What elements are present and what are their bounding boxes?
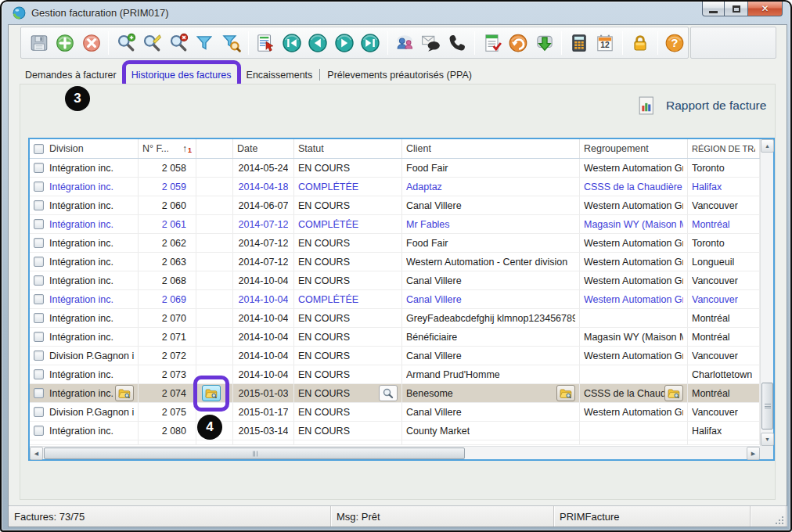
folder-search-icon — [204, 387, 218, 400]
minimize-button[interactable] — [702, 2, 725, 16]
message-icon — [421, 33, 441, 53]
column-header-4[interactable]: Statut — [294, 139, 402, 158]
nav-last-button[interactable] — [358, 30, 382, 56]
contacts-button[interactable] — [393, 30, 417, 56]
table-row[interactable]: Intégration inc.2 0802015-03-14EN COURSC… — [30, 422, 760, 440]
horizontal-scroll-thumb[interactable] — [44, 448, 465, 459]
scroll-right-button[interactable]: ▶ — [747, 447, 760, 460]
row-checkbox[interactable] — [34, 238, 44, 248]
table-filler-row — [30, 440, 760, 445]
resize-grip[interactable] — [774, 515, 783, 524]
tab-strip: Demandes à facturerHistorique des factur… — [20, 64, 776, 85]
row-checkbox[interactable] — [34, 313, 44, 323]
filter-button[interactable] — [193, 30, 217, 56]
save-button[interactable] — [27, 30, 51, 56]
table-row[interactable]: Division P.Gagnon inc.2 0752015-01-17EN … — [30, 403, 760, 422]
table-row[interactable]: Intégration inc.2 0632014-07-12EN COURSW… — [30, 253, 760, 271]
table-row[interactable]: Intégration inc.2 0692014-10-04COMPLÉTÉE… — [30, 290, 760, 309]
search-edit-button[interactable] — [140, 30, 164, 56]
search-plus-button[interactable] — [113, 30, 138, 56]
cell-date-text: 2014-05-24 — [239, 163, 289, 174]
column-header-6[interactable]: Regroupement — [580, 139, 688, 158]
tab-demandes-facturer[interactable]: Demandes à facturer — [20, 66, 121, 84]
cell-group: Western Automation Gr... — [580, 403, 688, 421]
tab-encaissements[interactable]: Encaissements — [242, 66, 318, 84]
select-all-checkbox[interactable] — [34, 144, 44, 154]
cell-client-text: Armand Prud'Homme — [406, 369, 500, 380]
table-row[interactable]: Intégration inc.2 0732014-10-04EN COURSA… — [30, 365, 760, 384]
table-row[interactable]: Intégration inc.2 0682014-10-04EN COURSC… — [30, 271, 760, 290]
client-lookup-button[interactable] — [556, 385, 575, 401]
tasks-button[interactable] — [480, 30, 504, 56]
title-bar[interactable]: Gestion facturation (PRIM017) ✕ — [2, 2, 790, 25]
tab-separator — [319, 69, 320, 81]
table-row[interactable]: Intégration inc.2 0702014-10-04EN COURSG… — [30, 309, 760, 328]
undo-button[interactable] — [506, 30, 530, 56]
table-row[interactable]: Intégration inc.2 0602014-06-07EN COURSC… — [30, 196, 760, 215]
status-search-button[interactable] — [379, 385, 398, 401]
tab-historique-des-factures[interactable]: Historique des factures — [127, 66, 236, 84]
download-button[interactable] — [532, 30, 556, 56]
table-row[interactable]: Division P.Gagnon inc.2 0722014-10-04EN … — [30, 347, 760, 365]
calendar-button[interactable]: 12 — [593, 30, 617, 56]
row-checkbox[interactable] — [34, 369, 44, 379]
row-checkbox[interactable] — [34, 163, 44, 173]
nav-prev-button[interactable] — [305, 30, 329, 56]
row-checkbox[interactable] — [34, 332, 44, 342]
vertical-scrollbar[interactable]: ▲ ▼ — [760, 139, 773, 446]
record-select-button[interactable] — [254, 30, 278, 56]
close-button[interactable]: ✕ — [747, 2, 783, 16]
calculator-button[interactable] — [567, 30, 591, 56]
column-header-2[interactable] — [196, 139, 233, 158]
column-header-3[interactable]: Date — [233, 139, 294, 158]
invoice-report-button[interactable]: Rapport de facture — [629, 91, 772, 120]
row-checkbox[interactable] — [34, 407, 44, 417]
cell-division-text: Intégration inc. — [49, 275, 113, 286]
row-checkbox[interactable] — [34, 426, 44, 436]
column-header-0[interactable]: Division — [30, 139, 139, 158]
table-row[interactable]: Intégration inc.2 0582014-05-24EN COURSF… — [30, 159, 760, 178]
cell-division: Intégration inc. — [30, 422, 139, 440]
column-header-1[interactable]: N° F...↑1 — [139, 139, 196, 158]
scroll-down-button[interactable]: ▼ — [761, 433, 774, 446]
toolbar-spacer-panel — [690, 27, 776, 59]
table-row[interactable]: Intégration inc.2 0622014-07-12EN COURSF… — [30, 234, 760, 253]
cell-division-text: Intégration inc. — [49, 257, 113, 268]
row-checkbox[interactable] — [34, 182, 44, 192]
column-header-5[interactable]: Client — [402, 139, 580, 158]
open-invoice-button[interactable] — [202, 385, 221, 401]
phone-button[interactable] — [445, 30, 470, 56]
scroll-left-button[interactable]: ◀ — [30, 447, 43, 460]
row-checkbox[interactable] — [34, 200, 44, 210]
lock-button[interactable] — [628, 30, 652, 56]
table-row[interactable]: Intégration inc.2 0712014-10-04EN COURSB… — [30, 328, 760, 347]
filter-search-button[interactable] — [218, 30, 243, 56]
cancel-button[interactable] — [79, 30, 103, 56]
nav-first-button[interactable] — [279, 30, 304, 56]
cell-division: Intégration inc. — [30, 234, 139, 252]
horizontal-scrollbar[interactable]: ◀ ▶ — [30, 446, 760, 459]
scroll-up-button[interactable]: ▲ — [761, 139, 774, 153]
vertical-scroll-thumb[interactable] — [761, 383, 773, 430]
help-button[interactable]: ? — [663, 30, 687, 56]
row-checkbox[interactable] — [34, 257, 44, 267]
save-icon — [29, 33, 49, 53]
column-header-7[interactable]: RÉGION DE TRAVAIL — [688, 139, 760, 158]
message-button[interactable] — [419, 30, 443, 56]
table-row[interactable]: Intégration inc.2 0592014-04-18COMPLÉTÉE… — [30, 178, 760, 196]
cell-division-text: Intégration inc. — [49, 219, 113, 230]
row-checkbox[interactable] — [34, 350, 44, 361]
row-checkbox[interactable] — [34, 275, 44, 286]
division-lookup-button[interactable] — [115, 385, 134, 401]
maximize-button[interactable] — [725, 2, 747, 16]
row-checkbox[interactable] — [34, 219, 44, 229]
row-checkbox[interactable] — [34, 294, 44, 304]
add-button[interactable] — [52, 30, 77, 56]
table-row[interactable]: Intégration inc.2 0612014-07-12COMPLÉTÉE… — [30, 215, 760, 234]
tab-pr-levements-pr-autoris-s-ppa-[interactable]: Prélevements préautorisés (PPA) — [322, 66, 477, 84]
nav-next-button[interactable] — [332, 30, 356, 56]
table-row[interactable]: Intégration inc.2 0742015-01-03EN COURSB… — [30, 384, 760, 403]
group-lookup-button[interactable] — [664, 385, 683, 401]
row-checkbox[interactable] — [34, 388, 44, 398]
search-remove-button[interactable] — [166, 30, 190, 56]
